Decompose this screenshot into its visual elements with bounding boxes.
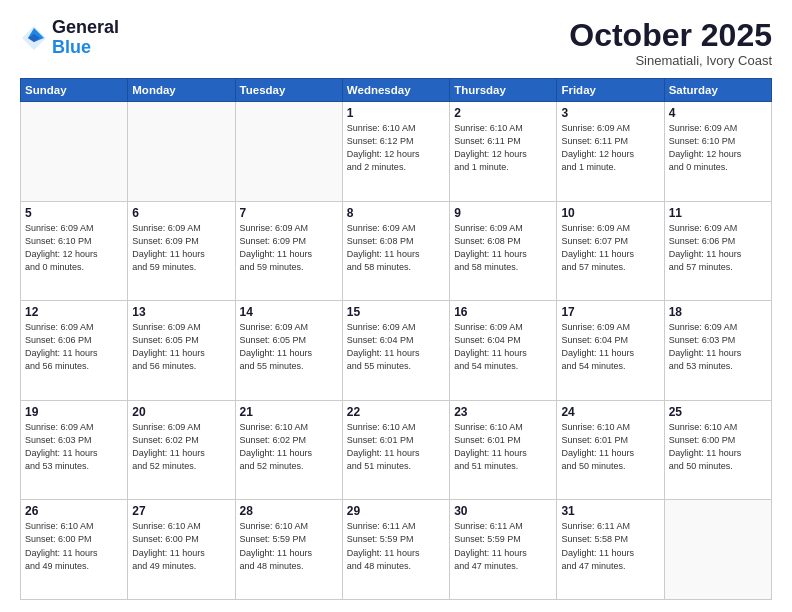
day-info: Sunrise: 6:11 AMSunset: 5:59 PMDaylight:… bbox=[347, 520, 445, 572]
calendar-cell: 6Sunrise: 6:09 AMSunset: 6:09 PMDaylight… bbox=[128, 201, 235, 301]
calendar-cell: 4Sunrise: 6:09 AMSunset: 6:10 PMDaylight… bbox=[664, 102, 771, 202]
day-info: Sunrise: 6:10 AMSunset: 6:02 PMDaylight:… bbox=[240, 421, 338, 473]
calendar-cell: 25Sunrise: 6:10 AMSunset: 6:00 PMDayligh… bbox=[664, 400, 771, 500]
day-number: 19 bbox=[25, 405, 123, 419]
day-number: 6 bbox=[132, 206, 230, 220]
day-number: 5 bbox=[25, 206, 123, 220]
day-info: Sunrise: 6:09 AMSunset: 6:10 PMDaylight:… bbox=[669, 122, 767, 174]
logo: General Blue bbox=[20, 18, 119, 58]
calendar-header-row: SundayMondayTuesdayWednesdayThursdayFrid… bbox=[21, 79, 772, 102]
day-number: 4 bbox=[669, 106, 767, 120]
calendar-cell: 18Sunrise: 6:09 AMSunset: 6:03 PMDayligh… bbox=[664, 301, 771, 401]
weekday-header: Friday bbox=[557, 79, 664, 102]
calendar-cell: 5Sunrise: 6:09 AMSunset: 6:10 PMDaylight… bbox=[21, 201, 128, 301]
calendar-cell: 11Sunrise: 6:09 AMSunset: 6:06 PMDayligh… bbox=[664, 201, 771, 301]
calendar-cell: 29Sunrise: 6:11 AMSunset: 5:59 PMDayligh… bbox=[342, 500, 449, 600]
day-number: 9 bbox=[454, 206, 552, 220]
day-number: 28 bbox=[240, 504, 338, 518]
day-info: Sunrise: 6:09 AMSunset: 6:09 PMDaylight:… bbox=[240, 222, 338, 274]
day-info: Sunrise: 6:09 AMSunset: 6:06 PMDaylight:… bbox=[25, 321, 123, 373]
calendar-cell: 7Sunrise: 6:09 AMSunset: 6:09 PMDaylight… bbox=[235, 201, 342, 301]
calendar-cell: 31Sunrise: 6:11 AMSunset: 5:58 PMDayligh… bbox=[557, 500, 664, 600]
weekday-header: Tuesday bbox=[235, 79, 342, 102]
weekday-header: Wednesday bbox=[342, 79, 449, 102]
day-info: Sunrise: 6:09 AMSunset: 6:02 PMDaylight:… bbox=[132, 421, 230, 473]
calendar-week-row: 5Sunrise: 6:09 AMSunset: 6:10 PMDaylight… bbox=[21, 201, 772, 301]
calendar-cell: 2Sunrise: 6:10 AMSunset: 6:11 PMDaylight… bbox=[450, 102, 557, 202]
day-info: Sunrise: 6:10 AMSunset: 6:00 PMDaylight:… bbox=[25, 520, 123, 572]
day-info: Sunrise: 6:09 AMSunset: 6:03 PMDaylight:… bbox=[25, 421, 123, 473]
day-info: Sunrise: 6:09 AMSunset: 6:11 PMDaylight:… bbox=[561, 122, 659, 174]
calendar-cell: 12Sunrise: 6:09 AMSunset: 6:06 PMDayligh… bbox=[21, 301, 128, 401]
calendar-cell: 27Sunrise: 6:10 AMSunset: 6:00 PMDayligh… bbox=[128, 500, 235, 600]
calendar-cell: 3Sunrise: 6:09 AMSunset: 6:11 PMDaylight… bbox=[557, 102, 664, 202]
day-number: 21 bbox=[240, 405, 338, 419]
day-number: 1 bbox=[347, 106, 445, 120]
day-info: Sunrise: 6:10 AMSunset: 6:00 PMDaylight:… bbox=[132, 520, 230, 572]
calendar-cell bbox=[664, 500, 771, 600]
day-number: 14 bbox=[240, 305, 338, 319]
day-info: Sunrise: 6:09 AMSunset: 6:08 PMDaylight:… bbox=[454, 222, 552, 274]
day-info: Sunrise: 6:10 AMSunset: 6:01 PMDaylight:… bbox=[347, 421, 445, 473]
logo-icon bbox=[20, 24, 48, 52]
day-number: 13 bbox=[132, 305, 230, 319]
calendar-cell: 23Sunrise: 6:10 AMSunset: 6:01 PMDayligh… bbox=[450, 400, 557, 500]
day-info: Sunrise: 6:10 AMSunset: 6:00 PMDaylight:… bbox=[669, 421, 767, 473]
page: General Blue October 2025 Sinematiali, I… bbox=[0, 0, 792, 612]
logo-text: General Blue bbox=[52, 18, 119, 58]
day-number: 2 bbox=[454, 106, 552, 120]
calendar-cell: 28Sunrise: 6:10 AMSunset: 5:59 PMDayligh… bbox=[235, 500, 342, 600]
header: General Blue October 2025 Sinematiali, I… bbox=[20, 18, 772, 68]
calendar-cell: 14Sunrise: 6:09 AMSunset: 6:05 PMDayligh… bbox=[235, 301, 342, 401]
day-number: 25 bbox=[669, 405, 767, 419]
calendar-cell: 1Sunrise: 6:10 AMSunset: 6:12 PMDaylight… bbox=[342, 102, 449, 202]
calendar-cell: 8Sunrise: 6:09 AMSunset: 6:08 PMDaylight… bbox=[342, 201, 449, 301]
day-info: Sunrise: 6:10 AMSunset: 6:12 PMDaylight:… bbox=[347, 122, 445, 174]
calendar-cell: 20Sunrise: 6:09 AMSunset: 6:02 PMDayligh… bbox=[128, 400, 235, 500]
day-info: Sunrise: 6:10 AMSunset: 6:01 PMDaylight:… bbox=[561, 421, 659, 473]
day-number: 22 bbox=[347, 405, 445, 419]
location: Sinematiali, Ivory Coast bbox=[569, 53, 772, 68]
weekday-header: Saturday bbox=[664, 79, 771, 102]
day-number: 11 bbox=[669, 206, 767, 220]
calendar-cell: 16Sunrise: 6:09 AMSunset: 6:04 PMDayligh… bbox=[450, 301, 557, 401]
calendar-cell bbox=[128, 102, 235, 202]
day-number: 3 bbox=[561, 106, 659, 120]
day-number: 10 bbox=[561, 206, 659, 220]
day-number: 17 bbox=[561, 305, 659, 319]
calendar-cell: 19Sunrise: 6:09 AMSunset: 6:03 PMDayligh… bbox=[21, 400, 128, 500]
calendar-week-row: 26Sunrise: 6:10 AMSunset: 6:00 PMDayligh… bbox=[21, 500, 772, 600]
day-number: 23 bbox=[454, 405, 552, 419]
calendar-cell: 30Sunrise: 6:11 AMSunset: 5:59 PMDayligh… bbox=[450, 500, 557, 600]
day-number: 30 bbox=[454, 504, 552, 518]
day-info: Sunrise: 6:09 AMSunset: 6:08 PMDaylight:… bbox=[347, 222, 445, 274]
calendar-cell: 17Sunrise: 6:09 AMSunset: 6:04 PMDayligh… bbox=[557, 301, 664, 401]
calendar-cell: 10Sunrise: 6:09 AMSunset: 6:07 PMDayligh… bbox=[557, 201, 664, 301]
calendar-cell: 21Sunrise: 6:10 AMSunset: 6:02 PMDayligh… bbox=[235, 400, 342, 500]
title-block: October 2025 Sinematiali, Ivory Coast bbox=[569, 18, 772, 68]
day-info: Sunrise: 6:10 AMSunset: 6:01 PMDaylight:… bbox=[454, 421, 552, 473]
day-info: Sunrise: 6:09 AMSunset: 6:05 PMDaylight:… bbox=[240, 321, 338, 373]
day-info: Sunrise: 6:09 AMSunset: 6:05 PMDaylight:… bbox=[132, 321, 230, 373]
day-info: Sunrise: 6:10 AMSunset: 5:59 PMDaylight:… bbox=[240, 520, 338, 572]
day-number: 27 bbox=[132, 504, 230, 518]
day-info: Sunrise: 6:09 AMSunset: 6:04 PMDaylight:… bbox=[454, 321, 552, 373]
day-info: Sunrise: 6:09 AMSunset: 6:03 PMDaylight:… bbox=[669, 321, 767, 373]
day-info: Sunrise: 6:09 AMSunset: 6:09 PMDaylight:… bbox=[132, 222, 230, 274]
weekday-header: Monday bbox=[128, 79, 235, 102]
calendar-cell: 26Sunrise: 6:10 AMSunset: 6:00 PMDayligh… bbox=[21, 500, 128, 600]
day-number: 24 bbox=[561, 405, 659, 419]
day-info: Sunrise: 6:09 AMSunset: 6:04 PMDaylight:… bbox=[561, 321, 659, 373]
calendar-body: 1Sunrise: 6:10 AMSunset: 6:12 PMDaylight… bbox=[21, 102, 772, 600]
calendar-week-row: 1Sunrise: 6:10 AMSunset: 6:12 PMDaylight… bbox=[21, 102, 772, 202]
calendar-cell: 15Sunrise: 6:09 AMSunset: 6:04 PMDayligh… bbox=[342, 301, 449, 401]
day-info: Sunrise: 6:09 AMSunset: 6:06 PMDaylight:… bbox=[669, 222, 767, 274]
day-info: Sunrise: 6:09 AMSunset: 6:07 PMDaylight:… bbox=[561, 222, 659, 274]
day-number: 18 bbox=[669, 305, 767, 319]
day-number: 7 bbox=[240, 206, 338, 220]
day-number: 29 bbox=[347, 504, 445, 518]
calendar-week-row: 12Sunrise: 6:09 AMSunset: 6:06 PMDayligh… bbox=[21, 301, 772, 401]
calendar-cell: 9Sunrise: 6:09 AMSunset: 6:08 PMDaylight… bbox=[450, 201, 557, 301]
day-number: 8 bbox=[347, 206, 445, 220]
calendar-table: SundayMondayTuesdayWednesdayThursdayFrid… bbox=[20, 78, 772, 600]
